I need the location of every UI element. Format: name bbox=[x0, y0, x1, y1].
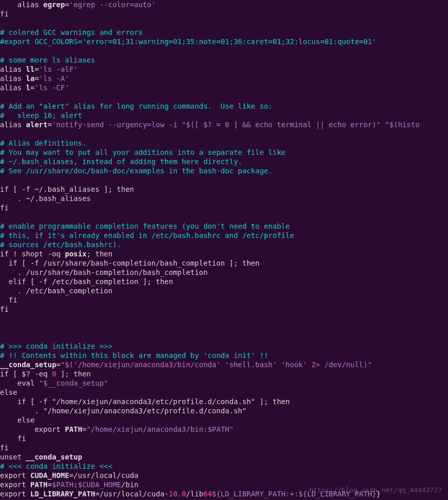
code-editor[interactable]: alias egrep='egrep --color=auto'fi # col… bbox=[0, 0, 448, 500]
code-content: alias egrep='egrep --color=auto'fi # col… bbox=[0, 0, 448, 498]
